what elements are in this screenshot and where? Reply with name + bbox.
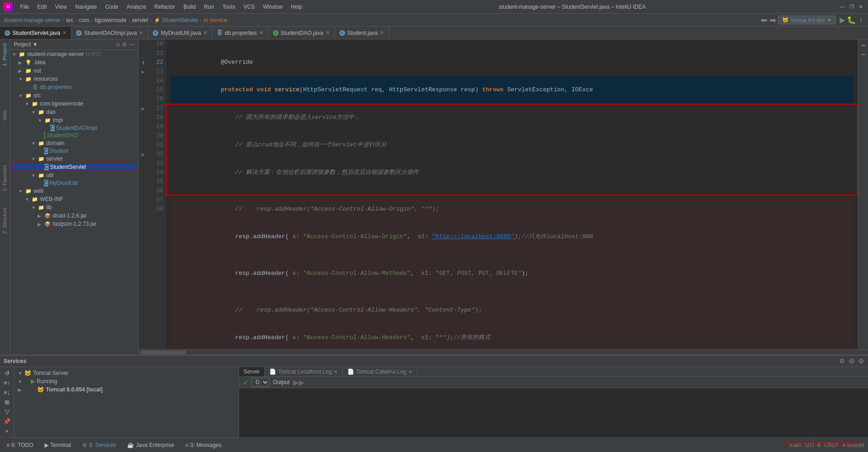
tree-item-student[interactable]: C Student [10, 147, 138, 155]
tree-item-dbprops[interactable]: 🗄 db.properties [10, 83, 138, 91]
web-panel-label[interactable]: Web [0, 106, 10, 124]
breadcrumb-com[interactable]: com [79, 17, 89, 23]
tree-item-studentdao[interactable]: I StudentDAO [10, 132, 138, 139]
svc-tomcat-server[interactable]: ▼ 🐱 Tomcat Server [14, 369, 239, 377]
svc-tomcat-instance[interactable]: ▶ 🐱 Tomcat 9.0.654 [local] [14, 385, 239, 394]
tree-item-src[interactable]: ▼ 📁 src [10, 91, 138, 100]
tab-studentdaoimpl[interactable]: C StudentDAOImpl.java ✕ [72, 27, 148, 39]
locate-icon[interactable]: ⊙ [116, 41, 120, 48]
tree-item-idea[interactable]: ▶ 💡 .idea [10, 58, 138, 67]
output-text-area[interactable] [239, 388, 868, 437]
project-panel-label[interactable]: 1: Project [0, 39, 10, 70]
tree-item-util[interactable]: ▼ 📁 util [10, 171, 138, 179]
minimize-button[interactable]: — [839, 3, 846, 11]
settings-icon[interactable]: ⚙ [122, 41, 127, 48]
run-button[interactable]: ▶ [840, 16, 845, 24]
code-text-area[interactable]: @Override protected void service(HttpSer… [166, 39, 858, 349]
more-button[interactable]: ⋮ [858, 17, 864, 24]
menu-edit[interactable]: Edit [33, 3, 50, 11]
tab-studentservlet[interactable]: C StudentServlet.java ✕ [0, 27, 72, 39]
expand-output-icon[interactable]: ▶▶ [293, 378, 304, 387]
menu-file[interactable]: File [17, 3, 33, 11]
menu-build[interactable]: Build [180, 3, 200, 11]
localhost-tab-close[interactable]: ✕ [334, 369, 338, 375]
services-options-icon[interactable]: ⚙ [849, 357, 855, 365]
structure-panel-label[interactable]: 2: Favorites [0, 161, 10, 195]
tree-item-domain[interactable]: ▼ 📁 domain [10, 139, 138, 147]
breadcrumb-class[interactable]: ⚡ StudentServlet [154, 17, 198, 23]
tab-studentdao[interactable]: I StudentDAO.java ✕ [268, 27, 335, 39]
server-tab-localhost[interactable]: 📄 Tomcat Localhost Log ✕ [265, 367, 343, 376]
breadcrumb-servlet[interactable]: servlet [132, 17, 148, 23]
server-tab-server[interactable]: Server [239, 367, 265, 376]
debug-button[interactable]: 🐛 [847, 16, 856, 24]
statusbar-terminal[interactable]: ▶ Terminal [42, 441, 74, 449]
tab-close-mydruidutil[interactable]: ✕ [203, 30, 207, 36]
tree-item-servlet[interactable]: ▼ 📁 servlet [10, 155, 138, 163]
horizontal-scrollbar[interactable] [139, 349, 868, 355]
catalina-tab-close[interactable]: ✕ [408, 369, 412, 375]
tab-close-student[interactable]: ✕ [380, 30, 384, 36]
tree-item-impl[interactable]: ▼ 📁 impl [10, 116, 138, 124]
forward-icon[interactable]: ➡ [769, 15, 776, 25]
tab-close-dbproperties[interactable]: ✕ [259, 30, 263, 36]
tree-item-dao[interactable]: ▼ 📁 dao [10, 108, 138, 116]
maximize-button[interactable]: ❐ [848, 3, 855, 11]
menu-refactor[interactable]: Refactor [151, 3, 179, 11]
menu-window[interactable]: Window [259, 3, 286, 11]
tree-item-studentservlet[interactable]: C StudentServlet [10, 163, 138, 171]
tree-item-mydruid[interactable]: C MyDruidUtil [10, 179, 138, 187]
link-localhost[interactable]: "http://localhost:8080" [432, 233, 514, 240]
scrollbar-thumb[interactable] [140, 351, 186, 354]
z-structure-label[interactable]: Z: Structure [0, 204, 10, 237]
svc-running[interactable]: ▼ ▶ Running [14, 377, 239, 385]
tab-student[interactable]: C Student.java ✕ [335, 27, 389, 39]
run-config-selector[interactable]: 🐱 Tomcat 9.0.654 ▼ [778, 16, 836, 24]
menu-run[interactable]: Run [200, 3, 218, 11]
tree-item-root[interactable]: ▼ 📁 student-manage-server H:\PO [10, 50, 138, 58]
tree-item-web[interactable]: ▼ 📁 web [10, 187, 138, 195]
tb-refresh[interactable]: ↺ [2, 369, 12, 378]
tb-expand-all[interactable]: ≡↓ [2, 388, 12, 397]
code-scroll-area[interactable]: ⬆ ▶ ▶ ▶ 20 21 [139, 39, 868, 349]
tb-add[interactable]: + [2, 427, 12, 435]
menu-help[interactable]: Help [287, 3, 306, 11]
output-level-dropdown[interactable]: D [251, 378, 269, 387]
menu-view[interactable]: View [51, 3, 71, 11]
services-settings-icon[interactable]: ⚙ [839, 357, 845, 365]
statusbar-todo[interactable]: ≡ 6: TODO [4, 441, 36, 449]
tree-item-out[interactable]: ▶ 📁 out [10, 67, 138, 75]
tb-collapse-all[interactable]: ≡↑ [2, 379, 12, 387]
close-button[interactable]: ✕ [857, 3, 864, 11]
tb-filter[interactable]: ▽ [2, 407, 12, 416]
tb-group[interactable]: ⊞ [2, 398, 12, 407]
collapse-icon[interactable]: — [129, 41, 134, 48]
tree-item-webinf[interactable]: ▼ 📁 WEB-INF [10, 195, 138, 203]
tab-close-studentservlet[interactable]: ✕ [62, 30, 67, 36]
breadcrumb-bjpowernode[interactable]: bjpowernode [95, 17, 127, 23]
statusbar-services[interactable]: ⚙ 8: Services [79, 441, 119, 449]
back-icon[interactable]: ⬅ [761, 15, 768, 25]
menu-code[interactable]: Code [101, 3, 122, 11]
tab-close-studentdao[interactable]: ✕ [326, 30, 330, 36]
breadcrumb-project[interactable]: student-manage-server [4, 17, 61, 23]
tree-item-combjp[interactable]: ▼ 📁 com.bjpowernode [10, 100, 138, 108]
server-tab-catalina[interactable]: 📄 Tomcat Catalina Log ✕ [343, 367, 417, 376]
breadcrumb-src[interactable]: src [66, 17, 73, 23]
statusbar-java-enterprise[interactable]: ☕ Java Enterprise [124, 441, 177, 449]
breadcrumb-method[interactable]: m service [204, 17, 227, 23]
menu-tools[interactable]: Tools [219, 3, 239, 11]
tab-mydruidutil[interactable]: C MyDruidUtil.java ✕ [148, 27, 212, 39]
menu-vcs[interactable]: VCS [240, 3, 259, 11]
services-gear-icon[interactable]: ⚙ [858, 357, 864, 365]
menu-analyze[interactable]: Analyze [123, 3, 150, 11]
tree-item-studentdaoimpl[interactable]: C StudentDAOImpl [10, 124, 138, 132]
statusbar-messages[interactable]: ≡ 0: Messages [183, 441, 224, 449]
tree-item-fastjson[interactable]: ▶ 📦 fastjson-1.2.73.jar [10, 220, 138, 228]
menu-navigate[interactable]: Navigate [72, 3, 100, 11]
tb-pin[interactable]: 📌 [2, 417, 12, 426]
tree-item-lib[interactable]: ▼ 📁 lib [10, 203, 138, 212]
tab-dbproperties[interactable]: 🗄 db.properties ✕ [212, 27, 268, 39]
tab-close-studentdaoimpl[interactable]: ✕ [139, 30, 143, 36]
tree-item-resources[interactable]: ▼ 📁 resources [10, 75, 138, 83]
